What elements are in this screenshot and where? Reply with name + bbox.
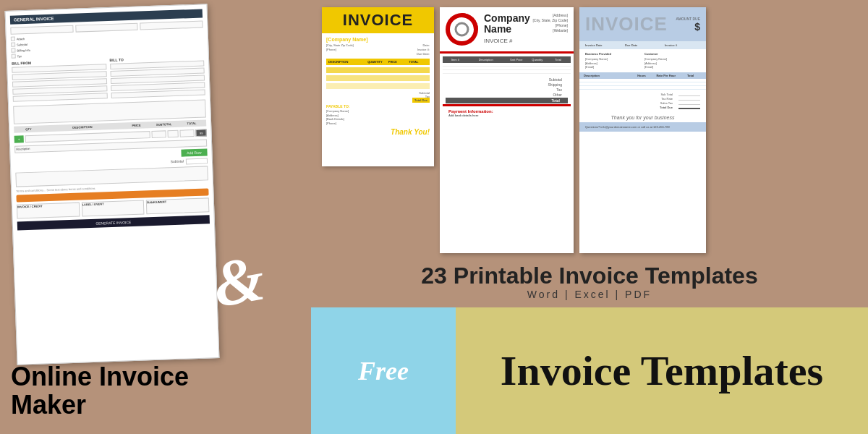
bill-to-field-5[interactable] xyxy=(111,89,205,98)
t1-desc-col: DESCRIPTION xyxy=(328,60,365,64)
total-value xyxy=(186,158,208,164)
t3-title: INVOICE xyxy=(585,13,668,35)
t3-billed-to-text: [Company Name] [Address] [Email] xyxy=(644,57,700,69)
checkbox-3[interactable] xyxy=(11,48,15,53)
t3-salestax-val xyxy=(678,101,700,105)
t3-tax-row: Tax Rate xyxy=(585,97,700,101)
t2-subtotal-label: Subtotal xyxy=(549,77,562,82)
t3-table-header: Description Hours Rate Per Hour Total xyxy=(579,72,706,79)
bill-from-field-5[interactable] xyxy=(13,93,108,102)
t3-salestax-row: Sales Tax xyxy=(585,101,700,105)
t1-thank-you: Thank You! xyxy=(326,128,430,136)
template-card-1: INVOICE [Company Name] [City, State Zip … xyxy=(322,7,434,166)
item-price[interactable] xyxy=(167,130,178,138)
generate-label: GENERATE INVOICE xyxy=(95,220,131,226)
t3-amount-label: AMOUNT DUE xyxy=(676,17,700,21)
t1-table-header: DESCRIPTION QUANTITY PRICE TOTAL xyxy=(326,59,430,65)
t1-total-due-row: Total Due xyxy=(326,98,430,102)
t1-price-col: PRICE xyxy=(388,60,407,64)
templates-preview-area: INVOICE [Company Name] [City, State Zip … xyxy=(311,0,868,260)
t1-total-col: TOTAL xyxy=(409,60,427,64)
t2-website: [Website] xyxy=(532,28,568,33)
t3-billed-from-text: [Company Name] [Address] [Email] xyxy=(585,57,641,69)
price-col-header: PRICE xyxy=(123,123,149,127)
printable-title: 23 Printable Invoice Templates xyxy=(326,264,854,287)
invoice-maker-preview: GENERAL INVOICE Attach Subtotal xyxy=(5,4,220,365)
t3-billed-from: Business Provided [Company Name] [Addres… xyxy=(585,52,641,69)
online-invoice-line1: Online Invoice xyxy=(11,362,189,391)
t3-totals: Sub Total Tax Rate Sales Tax Total Due xyxy=(579,90,706,113)
total-label: Subtotal xyxy=(170,159,184,166)
svg-point-4 xyxy=(457,25,467,35)
printable-text-area: 23 Printable Invoice Templates Word | Ex… xyxy=(311,260,868,307)
t2-tax-row: Tax xyxy=(446,88,568,92)
t2-payment-text: Add bank details here xyxy=(448,114,565,117)
t2-contact-info: [Address] [City, State, Zip Code] [Phone… xyxy=(532,13,568,33)
t3-salestax-label: Sales Tax xyxy=(660,101,673,105)
t1-body: [Company Name] [City, State Zip Code] Da… xyxy=(322,33,434,140)
t2-th-item: Item # xyxy=(446,58,465,61)
t3-due-date-label: Due Date xyxy=(625,43,660,47)
t1-payable-phone: [Phone] xyxy=(326,122,430,126)
checkbox-1[interactable] xyxy=(11,37,15,41)
t3-subtotal-row: Sub Total xyxy=(585,93,700,96)
t2-other-label: Other xyxy=(553,93,562,97)
add-row-button[interactable]: Add Row xyxy=(181,148,208,156)
checkbox-2[interactable] xyxy=(11,43,15,47)
t3-invoice-num: Invoice # xyxy=(665,43,700,47)
t3-subtotal-val xyxy=(678,93,700,96)
t1-info-row-2: [Phone] Invoice #: xyxy=(326,48,430,51)
item-total[interactable]: 99 xyxy=(195,129,206,137)
t3-totaldue-val xyxy=(678,106,700,109)
bottom-banner-area: Free Invoice Templates xyxy=(311,307,868,434)
t2-th-desc: Description xyxy=(467,58,506,61)
t3-footer: Questions? info@yourdomainname.com or ca… xyxy=(579,122,706,132)
free-banner: Free xyxy=(311,307,456,434)
t3-tax-label: Tax Rate xyxy=(661,97,673,101)
t3-from-city: [Email] xyxy=(585,65,641,69)
invoice-templates-banner: Invoice Templates xyxy=(456,307,868,434)
t2-header: Company Name INVOICE # [Address] [City, … xyxy=(440,7,574,54)
t1-subtotal-area: Subtotal Tax Total Due xyxy=(326,91,430,102)
t1-header: INVOICE xyxy=(322,7,434,33)
t3-invoice-date: Invoice Date xyxy=(585,43,621,47)
bill-to-col: BILL TO xyxy=(109,54,205,100)
t2-phone: [Phone] xyxy=(532,23,568,28)
t3-invoice-num-label: Invoice # xyxy=(665,43,700,47)
t2-body: Item # Description Unit Price Quantity T… xyxy=(440,54,574,123)
t2-th-qty: Quantity xyxy=(527,58,547,61)
item-field[interactable] xyxy=(25,131,150,142)
item-subtotal[interactable] xyxy=(179,129,194,137)
label-3: BANK/UMENT xyxy=(146,197,209,214)
t2-table-header: Item # Description Unit Price Quantity T… xyxy=(443,56,571,63)
company-logo-svg xyxy=(446,13,478,46)
t3-th-hours: Hours xyxy=(631,74,653,77)
t3-right-header: AMOUNT DUE $ xyxy=(676,17,700,33)
t1-payable: PAYABLE TO: xyxy=(326,104,430,109)
form-field-1[interactable] xyxy=(10,25,73,35)
item-qty[interactable] xyxy=(151,130,166,138)
bill-from-col: BILL FROM xyxy=(12,58,107,103)
t1-line-3 xyxy=(326,83,430,89)
t3-th-desc: Description xyxy=(584,74,629,77)
online-invoice-line2: Maker xyxy=(11,390,86,420)
form-field-2[interactable] xyxy=(75,23,138,33)
t2-other-row: Other xyxy=(446,93,568,97)
t3-to-city: [Email] xyxy=(644,65,700,69)
t2-city: [City, State, Zip Code] xyxy=(532,18,568,23)
label-1-title: INVOICE / CREDIT xyxy=(17,203,79,209)
t2-payment-section: Payment Information: Add bank details he… xyxy=(443,104,571,120)
checkbox-4[interactable] xyxy=(12,54,16,59)
t3-th-total: Total xyxy=(679,74,702,77)
t3-due-date: Due Date xyxy=(625,43,660,47)
form-field-3[interactable] xyxy=(140,20,203,30)
t1-qty-col: QUANTITY xyxy=(367,60,386,64)
t1-line-1 xyxy=(326,67,430,73)
checkbox-label-3: Billing Info xyxy=(17,48,30,52)
t1-title: INVOICE xyxy=(328,11,428,30)
t3-dates: Invoice Date Due Date Invoice # xyxy=(579,41,706,49)
add-item-button[interactable]: + xyxy=(14,135,24,142)
t3-th-rate: Rate Per Hour xyxy=(655,74,677,77)
t1-info-row-1: [City, State Zip Code] Date: xyxy=(326,43,430,47)
bill-row: BILL FROM BILL TO xyxy=(12,54,205,103)
